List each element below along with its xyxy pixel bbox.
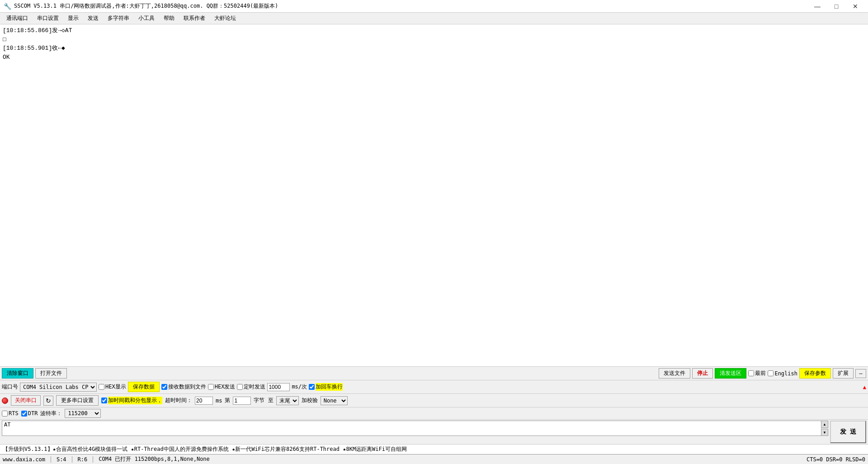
packet-end-select[interactable]: 末尾 [276,396,299,405]
checksum-label: 加校验 [302,397,318,404]
timed-unit-label: ms/次 [292,383,307,391]
minimize-button[interactable]: — [808,1,826,11]
lower-panel: 清除窗口 打开文件 发送文件 停止 清发送区 最前 English 保存参数 扩… [0,367,868,464]
send-textarea[interactable]: AT [2,421,828,436]
add-crlf-check[interactable] [309,384,315,390]
menu-send[interactable]: 发送 [83,14,103,23]
output-text-4: OK [3,54,10,61]
refresh-button[interactable]: ↻ [43,396,53,406]
menu-help[interactable]: 帮助 [159,14,179,23]
scroll-down-btn[interactable]: ▼ [821,429,828,436]
hex-display-check[interactable] [99,384,104,390]
send-file-button[interactable]: 发送文件 [659,368,690,379]
status-div3 [93,456,93,463]
add-timestamp-checkbox[interactable]: 加时间戳和分包显示， [101,397,162,404]
output-line-1: [10:18:55.866]发→◇AT [3,26,865,35]
scroll-up-btn[interactable]: ▲ [821,421,828,428]
timeout-input[interactable] [195,397,213,405]
recv-to-file-check[interactable] [161,384,167,390]
settings-row3: RTS DTR 波特率： 115200 [0,407,868,420]
send-input-row: AT ▲ ▼ 发 送 [0,420,868,444]
window-title: SSCOM V5.13.1 串口/网络数据调试器,作者:大虾丁丁,2618058… [14,2,278,10]
packet-unit-label: 字节 至 [254,397,273,404]
status-bar: www.daxia.com S:4 R:6 COM4 已打开 115200bps… [0,454,868,464]
save-data-button[interactable]: 保存数据 [128,382,160,392]
app-icon: 🔧 [4,3,11,10]
port-label: 端口号 [2,383,18,391]
timed-send-checkbox[interactable]: 定时发送 [237,383,265,391]
output-line-4: OK [3,53,865,62]
status-port: COM4 已打开 115200bps,8,1,None,None [99,455,210,463]
status-website: www.daxia.com [3,456,45,463]
status-div1 [51,456,51,463]
english-check[interactable] [768,370,774,376]
send-toolbar: 清除窗口 打开文件 发送文件 停止 清发送区 最前 English 保存参数 扩… [0,367,868,380]
info-text: 【升级到V5.13.1】★合亩高性价比4G模块值得一试 ★RT-Thread中国… [3,446,407,452]
send-scrollbar: ▲ ▼ [821,421,828,436]
output-text-2: □ [3,36,6,43]
overflow-icon: ▲ [863,384,866,390]
dtr-checkbox[interactable]: DTR [21,410,38,417]
most-recent-check[interactable] [748,370,754,376]
port-select[interactable]: COM4 Silicon Labs CP210x U [20,383,97,392]
info-bar: 【升级到V5.13.1】★合亩高性价比4G模块值得一试 ★RT-Thread中国… [0,444,868,454]
close-port-button[interactable]: 关闭串口 [11,395,41,406]
baud-label: 波特率： [40,410,62,417]
menu-tools[interactable]: 小工具 [134,14,159,23]
menu-contact[interactable]: 联系作者 [179,14,210,23]
timed-interval-input[interactable] [267,383,290,391]
add-crlf-checkbox[interactable]: 加回车换行 [309,383,343,391]
rts-checkbox[interactable]: RTS [2,410,19,417]
title-controls: — □ ✕ [808,1,864,11]
close-button[interactable]: ✕ [846,1,864,11]
menu-display[interactable]: 显示 [63,14,83,23]
hex-send-checkbox[interactable]: HEX发送 [208,383,236,391]
output-text-3: [10:18:55.901]收←◆ [3,45,65,52]
rts-check[interactable] [2,411,8,417]
main-output: [10:18:55.866]发→◇AT □ [10:18:55.901]收←◆ … [0,24,868,367]
stop-button[interactable]: 停止 [692,368,713,379]
english-checkbox[interactable]: English [768,370,797,377]
send-button[interactable]: 发 送 [830,421,866,443]
hex-display-checkbox[interactable]: HEX显示 [99,383,126,391]
recv-to-file-checkbox[interactable]: 接收数据到文件 [161,383,206,391]
more-port-settings-button[interactable]: 更多串口设置 [56,395,99,406]
port-settings-row2: 关闭串口 ↻ 更多串口设置 加时间戳和分包显示， 超时时间： ms 第 字节 至… [0,394,868,407]
clear-send-button[interactable]: 清发送区 [715,368,746,379]
baud-select[interactable]: 115200 [65,409,101,418]
clear-window-button[interactable]: 清除窗口 [2,368,33,379]
timed-send-check[interactable] [237,384,243,390]
menu-port-settings[interactable]: 串口设置 [33,14,63,23]
title-bar: 🔧 SSCOM V5.13.1 串口/网络数据调试器,作者:大虾丁丁,26180… [0,0,868,13]
send-text-wrapper: AT ▲ ▼ [2,421,828,436]
output-line-3: [10:18:55.901]收←◆ [3,44,865,53]
packet-num-input[interactable] [233,397,251,405]
status-s: S:4 [57,456,66,463]
timeout-unit-label: ms [216,398,222,404]
maximize-button[interactable]: □ [827,1,845,11]
port-status-indicator [2,398,8,404]
refresh-icon: ↻ [46,397,51,404]
status-r: R:6 [78,456,88,463]
menu-comm-port[interactable]: 通讯端口 [2,14,33,23]
title-left: 🔧 SSCOM V5.13.1 串口/网络数据调试器,作者:大虾丁丁,26180… [4,2,278,10]
menu-bar: 通讯端口 串口设置 显示 发送 多字符串 小工具 帮助 联系作者 大虾论坛 [0,13,868,24]
save-params-button[interactable]: 保存参数 [799,368,831,379]
send-button-label: 发 送 [840,428,856,435]
most-recent-checkbox[interactable]: 最前 [748,369,766,377]
minus-button[interactable]: — [855,369,866,378]
hex-send-check[interactable] [208,384,214,390]
status-cts: CTS=0 DSR=0 RLSD=0 [807,456,865,463]
add-timestamp-check[interactable] [101,398,107,403]
output-text-1: [10:18:55.866]发→◇AT [3,27,72,34]
status-div2 [72,456,72,463]
menu-forum[interactable]: 大虾论坛 [210,14,241,23]
menu-multistring[interactable]: 多字符串 [103,14,134,23]
output-line-2: □ [3,35,865,44]
checksum-select[interactable]: None [321,396,348,405]
timeout-label: 超时时间： [165,397,192,404]
packet-num-label: 第 [225,397,230,404]
open-file-button[interactable]: 打开文件 [35,368,67,379]
dtr-check[interactable] [21,411,27,417]
expand-button[interactable]: 扩展 [833,368,854,379]
